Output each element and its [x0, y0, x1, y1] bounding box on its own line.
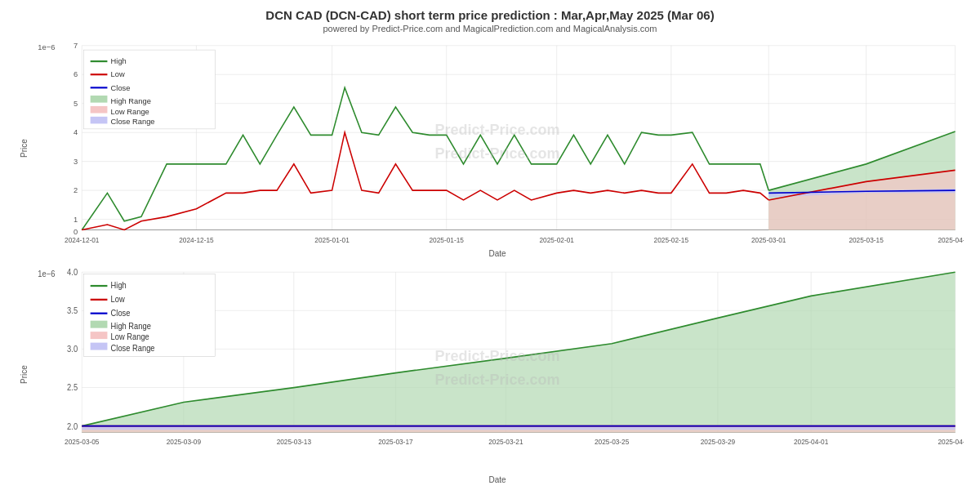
- svg-text:5: 5: [74, 99, 78, 108]
- svg-text:7: 7: [74, 41, 78, 50]
- svg-text:0: 0: [74, 227, 78, 236]
- svg-text:2: 2: [74, 185, 78, 194]
- page-subtitle: powered by Predict-Price.com and Magical…: [16, 24, 964, 33]
- svg-text:Close Range: Close Range: [111, 343, 155, 352]
- svg-text:3: 3: [74, 157, 78, 166]
- svg-text:Low Range: Low Range: [111, 332, 149, 341]
- svg-text:2.0: 2.0: [67, 422, 78, 431]
- svg-text:Close: Close: [111, 309, 131, 318]
- svg-text:1e−6: 1e−6: [38, 269, 55, 278]
- svg-text:2025-03-05: 2025-03-05: [65, 438, 100, 446]
- chart1-wrapper: Price Predict-Price.comPredict-Price.com: [16, 37, 964, 260]
- chart2-y-label: Price: [16, 263, 31, 486]
- svg-text:2025-01-15: 2025-01-15: [430, 235, 465, 243]
- svg-text:2024-12-01: 2024-12-01: [65, 235, 100, 243]
- svg-text:2025-03-13: 2025-03-13: [277, 438, 312, 446]
- svg-text:2025-03-15: 2025-03-15: [849, 235, 884, 243]
- svg-text:2024-12-15: 2024-12-15: [179, 235, 214, 243]
- svg-text:2025-03-01: 2025-03-01: [751, 235, 786, 243]
- svg-text:2025-02-15: 2025-02-15: [654, 235, 689, 243]
- chart1-y-label: Price: [16, 37, 31, 260]
- chart1-svg: 7 6 5 4 3 2 1 0 1e−6: [31, 37, 964, 247]
- svg-text:1: 1: [74, 215, 78, 224]
- svg-text:High Range: High Range: [111, 96, 151, 105]
- svg-rect-95: [91, 343, 108, 350]
- svg-text:Close Range: Close Range: [111, 117, 155, 126]
- svg-text:High: High: [111, 56, 127, 65]
- svg-text:Low Range: Low Range: [111, 106, 149, 115]
- chart2-wrapper: Price Predict-Price.comPredict-Price.com…: [16, 263, 964, 486]
- svg-text:2025-03-21: 2025-03-21: [488, 438, 523, 446]
- svg-text:2.5: 2.5: [67, 383, 78, 392]
- chart2-area: Predict-Price.comPredict-Price.com 1e−6 …: [31, 263, 964, 474]
- svg-text:4.0: 4.0: [67, 267, 78, 276]
- chart1-inner: Predict-Price.comPredict-Price.com 7 6: [31, 37, 964, 260]
- svg-text:2025-03-29: 2025-03-29: [701, 438, 736, 446]
- svg-text:2025-04-05: 2025-04-05: [938, 438, 964, 446]
- svg-rect-47: [91, 106, 108, 114]
- charts-container: Price Predict-Price.comPredict-Price.com: [16, 37, 964, 486]
- svg-text:2025-01-01: 2025-01-01: [314, 235, 350, 243]
- chart1-area: Predict-Price.comPredict-Price.com 7 6: [31, 37, 964, 247]
- svg-text:2025-04-01: 2025-04-01: [794, 438, 829, 446]
- svg-text:Close: Close: [111, 82, 131, 91]
- svg-text:High Range: High Range: [111, 321, 151, 330]
- svg-text:2025-03-17: 2025-03-17: [378, 438, 413, 446]
- svg-text:2025-04-01: 2025-04-01: [938, 235, 964, 243]
- svg-text:1e−6: 1e−6: [38, 42, 55, 51]
- svg-text:Low: Low: [111, 69, 125, 78]
- svg-rect-49: [91, 117, 108, 124]
- svg-rect-93: [91, 332, 108, 339]
- svg-text:2025-03-25: 2025-03-25: [595, 438, 630, 446]
- chart2-x-label: Date: [31, 474, 964, 486]
- page-title: DCN CAD (DCN-CAD) short term price predi…: [16, 8, 964, 22]
- svg-text:2025-02-01: 2025-02-01: [539, 235, 574, 243]
- svg-text:High: High: [111, 281, 127, 290]
- chart2-svg: 1e−6 4.0 3.5 3.0 2.5 2.0: [31, 263, 964, 474]
- svg-text:4: 4: [74, 127, 78, 136]
- chart1-x-label: Date: [31, 247, 964, 260]
- svg-text:Low: Low: [111, 295, 126, 304]
- svg-text:3.5: 3.5: [67, 305, 78, 314]
- svg-text:3.0: 3.0: [67, 344, 78, 353]
- page-container: DCN CAD (DCN-CAD) short term price predi…: [0, 0, 980, 490]
- svg-rect-45: [91, 96, 108, 103]
- svg-text:6: 6: [74, 69, 78, 78]
- svg-text:2025-03-09: 2025-03-09: [167, 438, 202, 446]
- chart2-inner: Predict-Price.comPredict-Price.com 1e−6 …: [31, 263, 964, 486]
- svg-rect-91: [91, 321, 108, 328]
